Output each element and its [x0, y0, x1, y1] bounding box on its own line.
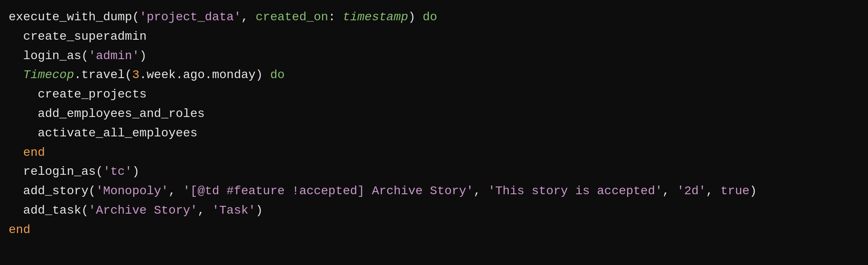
code-token: execute_with_dump( [9, 10, 139, 24]
code-line: create_projects [9, 85, 859, 104]
code-token: add_task( [9, 204, 89, 217]
code-token: 'project_data' [139, 10, 241, 24]
code-token: ) [132, 165, 140, 178]
code-token: '2d' [677, 184, 706, 198]
code-token: end [9, 146, 45, 159]
code-line: execute_with_dump('project_data', create… [9, 8, 859, 27]
code-token: timestamp [343, 10, 408, 24]
code-token: , [473, 184, 488, 198]
code-line: add_employees_and_roles [9, 104, 859, 124]
code-token: do [270, 68, 285, 82]
code-token: : [328, 10, 343, 24]
code-token: ) [408, 10, 423, 24]
code-token: do [423, 10, 437, 24]
code-editor: execute_with_dump('project_data', create… [9, 8, 859, 240]
code-line: Timecop.travel(3.week.ago.monday) do [9, 66, 859, 85]
code-token: , [706, 184, 721, 198]
code-token: created_on [255, 10, 328, 24]
code-token: 'This story is accepted' [488, 184, 662, 198]
code-token: true [721, 184, 750, 198]
code-token: Timecop [23, 68, 74, 82]
code-token: 'tc' [103, 165, 132, 178]
code-line: relogin_as('tc') [9, 162, 859, 182]
code-token: add_story( [9, 184, 96, 198]
code-token: 'Task' [212, 204, 256, 217]
code-token: '[@td #feature !accepted] Archive Story' [183, 184, 473, 198]
code-token: 'admin' [89, 49, 140, 63]
code-token: ) [750, 184, 757, 198]
code-token: login_as( [9, 49, 89, 63]
code-token: , [169, 184, 183, 198]
code-line: activate_all_employees [9, 124, 859, 143]
code-token: create_superadmin [9, 30, 147, 43]
code-token: relogin_as( [9, 165, 103, 178]
code-token: .travel( [74, 68, 132, 82]
code-line: end [9, 221, 859, 240]
code-line: login_as('admin') [9, 47, 859, 66]
code-token: .week.ago.monday) [139, 68, 270, 82]
code-token: 'Monopoly' [96, 184, 169, 198]
code-token: activate_all_employees [9, 126, 198, 140]
code-token: , [198, 204, 212, 217]
code-token: , [241, 10, 256, 24]
code-line: add_task('Archive Story', 'Task') [9, 201, 859, 221]
code-token: 'Archive Story' [89, 204, 198, 217]
code-token: , [662, 184, 677, 198]
code-token: end [9, 223, 30, 237]
code-token: create_projects [9, 88, 147, 101]
code-line: end [9, 143, 859, 163]
code-line: add_story('Monopoly', '[@td #feature !ac… [9, 182, 859, 201]
code-token: ) [255, 204, 263, 217]
code-token: 3 [132, 68, 140, 82]
code-token [9, 68, 23, 82]
code-line: create_superadmin [9, 27, 859, 47]
code-token: add_employees_and_roles [9, 107, 205, 120]
code-token: ) [139, 49, 147, 63]
